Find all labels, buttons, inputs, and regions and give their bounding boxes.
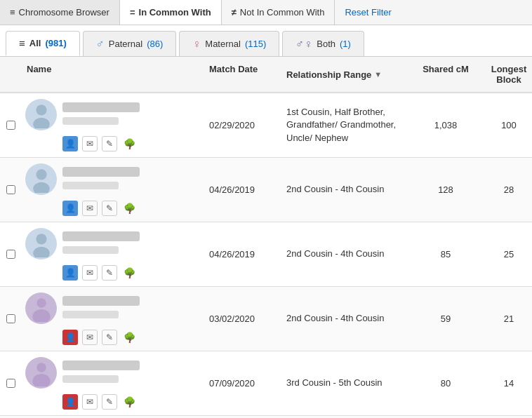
table-row: 👤 ✉ ✎ 🌳 03/02/2020 2nd Cousin - 4th Cous… (0, 287, 532, 351)
name-blurred-2 (62, 231, 140, 241)
name-text-area-3 (62, 296, 140, 321)
name-text-area-4 (62, 360, 140, 385)
row-checkbox-1[interactable] (0, 182, 21, 197)
name-cell-1: 👤 ✉ ✎ 🌳 (21, 158, 204, 222)
edit-btn-2[interactable]: ✎ (102, 265, 117, 281)
row-checkbox-2[interactable] (0, 247, 21, 262)
name-blurred-0 (62, 102, 140, 112)
list-tab-icon: ≡ (19, 37, 25, 49)
profile-btn-0[interactable]: 👤 (62, 136, 78, 151)
message-btn-4[interactable]: ✉ (82, 394, 98, 410)
date-cell-1: 04/26/2019 (204, 182, 281, 198)
table-row: 👤 ✉ ✎ 🌳 04/26/2019 2nd Cousin - 4th Cous… (0, 158, 532, 222)
name-sub-blurred-2 (62, 246, 119, 254)
avatar-3 (25, 292, 57, 324)
name-top-1 (25, 163, 199, 195)
shared-cm-col-header: Shared cM (414, 61, 477, 88)
name-actions-0: 👤 ✉ ✎ 🌳 (25, 136, 199, 151)
shared-cm-cell-2: 85 (414, 246, 477, 262)
longest-block-cell-3: 21 (477, 311, 532, 327)
name-sub-blurred-0 (62, 117, 119, 125)
message-btn-2[interactable]: ✉ (82, 265, 98, 281)
tab-paternal[interactable]: ♂ Paternal (86) (83, 31, 177, 56)
in-common-with-btn[interactable]: = In Common With (120, 0, 222, 25)
date-cell-2: 04/26/2019 (204, 246, 281, 262)
name-cell-4: 👤 ✉ ✎ 🌳 (21, 351, 204, 415)
row-checkbox-3[interactable] (0, 311, 21, 326)
checkbox-4[interactable] (6, 379, 15, 388)
tab-both-label: Both (317, 39, 335, 49)
profile-btn-3[interactable]: 👤 (62, 330, 78, 345)
row-checkbox-0[interactable] (0, 118, 21, 133)
row-checkbox-4[interactable] (0, 376, 21, 391)
relationship-cell-1: 2nd Cousin - 4th Cousin (281, 180, 414, 198)
shared-cm-cell-3: 59 (414, 311, 477, 327)
svg-point-5 (33, 246, 50, 257)
tab-maternal-label: Maternal (205, 39, 241, 49)
tree-btn-0[interactable]: 🌳 (121, 136, 137, 151)
avatar-1 (25, 163, 57, 195)
edit-btn-3[interactable]: ✎ (102, 330, 117, 345)
profile-btn-4[interactable]: 👤 (62, 394, 78, 410)
match-date-col-header: Match Date (204, 61, 281, 88)
notequal-icon: ≠ (232, 7, 237, 18)
tab-all[interactable]: ≡ All (981) (6, 31, 80, 56)
longest-block-cell-0: 100 (477, 117, 532, 133)
name-cell-0: 👤 ✉ ✎ 🌳 (21, 93, 204, 157)
svg-point-2 (36, 169, 46, 180)
not-in-common-with-btn[interactable]: ≠ Not In Common With (222, 0, 335, 25)
longest-block-cell-2: 25 (477, 246, 532, 262)
relationship-cell-4: 3rd Cousin - 5th Cousin (281, 374, 414, 392)
avatar-0 (25, 99, 57, 130)
tab-both-count: (1) (340, 39, 351, 49)
checkbox-1[interactable] (6, 185, 15, 194)
tab-both[interactable]: ♂♀ Both (1) (282, 31, 364, 56)
tab-all-label: All (29, 38, 41, 48)
edit-btn-0[interactable]: ✎ (102, 136, 117, 151)
name-top-0 (25, 99, 199, 130)
name-top-4 (25, 357, 199, 389)
tree-btn-1[interactable]: 🌳 (121, 201, 137, 216)
reset-filter-btn[interactable]: Reset Filter (335, 0, 401, 25)
tree-btn-2[interactable]: 🌳 (121, 265, 137, 281)
svg-point-0 (36, 104, 46, 115)
sort-arrow-icon: ▼ (374, 70, 382, 79)
edit-btn-4[interactable]: ✎ (102, 394, 117, 410)
shared-cm-cell-4: 80 (414, 375, 477, 391)
avatar-2 (25, 228, 57, 259)
filter-tabs: ≡ All (981) ♂ Paternal (86) ♀ Maternal (… (0, 25, 532, 57)
tree-btn-3[interactable]: 🌳 (121, 330, 137, 345)
date-cell-0: 02/29/2020 (204, 117, 281, 133)
tab-maternal[interactable]: ♀ Maternal (115) (179, 31, 279, 56)
edit-btn-1[interactable]: ✎ (102, 201, 117, 216)
tab-maternal-count: (115) (245, 39, 266, 49)
message-btn-3[interactable]: ✉ (82, 330, 98, 345)
checkbox-3[interactable] (6, 314, 15, 323)
profile-btn-1[interactable]: 👤 (62, 201, 78, 216)
name-top-3 (25, 292, 199, 324)
name-actions-3: 👤 ✉ ✎ 🌳 (25, 330, 199, 345)
tab-all-count: (981) (45, 38, 66, 48)
male-icon: ♂ (96, 38, 105, 50)
message-btn-0[interactable]: ✉ (82, 136, 98, 151)
relationship-range-col-header[interactable]: Relationship Range ▼ (281, 61, 414, 88)
table-header: Name Match Date Relationship Range ▼ Sha… (0, 57, 532, 93)
message-btn-1[interactable]: ✉ (82, 201, 98, 216)
name-sub-blurred-3 (62, 311, 119, 318)
table-row: 👤 ✉ ✎ 🌳 04/26/2019 2nd Cousin - 4th Cous… (0, 222, 532, 287)
name-text-area-0 (62, 102, 140, 127)
name-cell-2: 👤 ✉ ✎ 🌳 (21, 222, 204, 286)
svg-point-1 (33, 117, 50, 128)
both-icon: ♂♀ (295, 38, 312, 50)
checkbox-2[interactable] (6, 250, 15, 259)
table-body: 👤 ✉ ✎ 🌳 02/29/2020 1st Cousin, Half Brot… (0, 93, 532, 418)
name-text-area-2 (62, 231, 140, 256)
relationship-cell-2: 2nd Cousin - 4th Cousin (281, 245, 414, 263)
tree-btn-4[interactable]: 🌳 (121, 394, 137, 410)
profile-btn-2[interactable]: 👤 (62, 265, 78, 281)
checkbox-0[interactable] (6, 121, 15, 130)
name-blurred-1 (62, 167, 140, 177)
shared-cm-cell-1: 128 (414, 182, 477, 198)
chromosome-browser-btn[interactable]: ≡ Chromosome Browser (0, 0, 120, 25)
table-row: 👤 ✉ ✎ 🌳 07/09/2020 3rd Cousin - 5th Cous… (0, 351, 532, 416)
